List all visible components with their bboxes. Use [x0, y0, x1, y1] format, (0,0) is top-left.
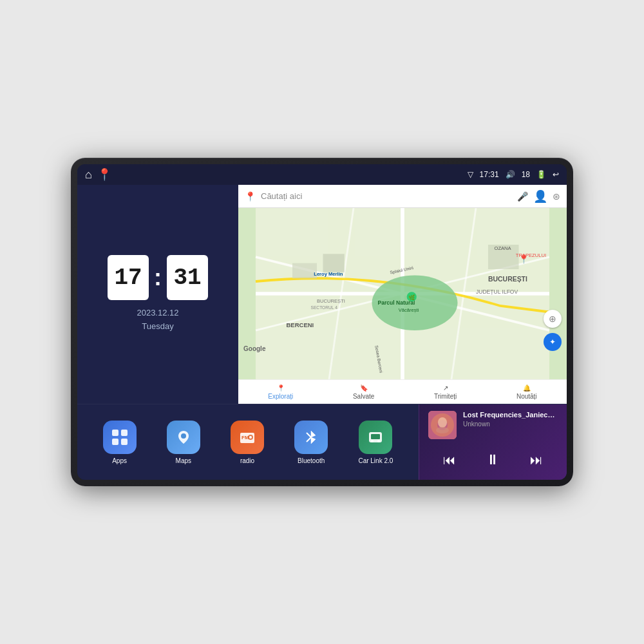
status-time: 17:31: [480, 170, 499, 179]
svg-text:BUCUREȘTI: BUCUREȘTI: [488, 276, 527, 283]
account-icon[interactable]: 👤: [533, 189, 547, 204]
map-search-bar[interactable]: 📍 Căutați aici 🎤 👤 ⊛: [238, 185, 567, 208]
clock-hours: 17: [108, 255, 149, 300]
music-artist: Unknown: [463, 421, 558, 428]
map-search-actions: 🎤 👤 ⊛: [517, 189, 560, 204]
bottom-section: Apps Maps: [77, 404, 567, 480]
maps-icon: [167, 421, 200, 454]
apps-label: Apps: [112, 457, 127, 464]
svg-rect-36: [371, 434, 380, 439]
svg-point-37: [371, 440, 374, 442]
map-bottom-nav: 📍 Explorați 🔖 Salvate ↗ Trimiteți 🔔: [238, 379, 567, 404]
svg-point-42: [438, 417, 447, 428]
map-pin-icon: 📍: [245, 191, 256, 202]
svg-text:TRAPEZULUI: TRAPEZULUI: [516, 252, 546, 258]
svg-text:OZANA: OZANA: [495, 245, 512, 251]
svg-text:JUDEȚUL ILFOV: JUDEȚUL ILFOV: [476, 289, 518, 295]
home-icon[interactable]: ⌂: [85, 168, 92, 182]
svg-point-43: [436, 427, 449, 433]
app-item-carlink[interactable]: Car Link 2.0: [358, 421, 393, 464]
car-display-device: ⌂ 📍 ▽ 17:31 🔊 18 🔋 ↩ 17 :: [71, 158, 573, 486]
app-item-apps[interactable]: Apps: [103, 421, 137, 464]
svg-text:BUCUREȘTI: BUCUREȘTI: [317, 298, 345, 304]
svg-point-30: [181, 433, 186, 439]
music-panel: Lost Frequencies_Janieck Devy-... Unknow…: [419, 404, 567, 480]
svg-point-38: [377, 440, 380, 442]
svg-text:BERCENI: BERCENI: [287, 321, 314, 328]
layers-icon[interactable]: ⊛: [553, 191, 560, 202]
maps-status-icon[interactable]: 📍: [97, 167, 111, 182]
svg-rect-13: [323, 254, 345, 272]
music-controls: ⏮ ⏸ ⏭: [428, 446, 558, 473]
album-art: [428, 411, 457, 439]
saved-icon: 🔖: [360, 384, 368, 392]
apps-icon: [103, 421, 137, 454]
app-item-radio[interactable]: FM radio: [231, 421, 264, 464]
app-item-maps[interactable]: Maps: [167, 421, 200, 464]
news-icon: 🔔: [523, 384, 531, 392]
radio-label: radio: [240, 457, 254, 464]
voice-icon[interactable]: 🎤: [517, 191, 528, 202]
svg-rect-27: [121, 430, 128, 436]
clock-colon: :: [154, 264, 162, 291]
volume-icon: 🔊: [506, 170, 515, 179]
map-nav-trimiteți[interactable]: ↗ Trimiteți: [434, 384, 457, 400]
map-nav-salvate[interactable]: 🔖 Salvate: [353, 384, 374, 400]
map-compass-button[interactable]: ⊕: [544, 310, 562, 328]
carlink-icon: [359, 421, 392, 454]
clock-minutes: 31: [167, 255, 208, 300]
map-panel: 📍 Căutați aici 🎤 👤 ⊛: [238, 185, 567, 404]
share-icon: ↗: [443, 384, 448, 392]
music-info: Lost Frequencies_Janieck Devy-... Unknow…: [463, 411, 558, 428]
apps-row: Apps Maps: [77, 404, 419, 480]
app-item-bluetooth[interactable]: Bluetooth: [294, 421, 328, 464]
map-location-button[interactable]: ✦: [544, 333, 562, 351]
svg-text:SECTORUL 4: SECTORUL 4: [311, 305, 338, 310]
music-play-button[interactable]: ⏸: [483, 449, 502, 471]
music-title: Lost Frequencies_Janieck Devy-...: [463, 411, 558, 419]
status-right-info: ▽ 17:31 🔊 18 🔋 ↩: [468, 170, 559, 179]
bluetooth-label: Bluetooth: [298, 457, 325, 464]
google-logo: Google: [243, 345, 265, 352]
svg-text:Văcărești: Văcărești: [399, 307, 419, 313]
map-body[interactable]: Parcul Natural Văcărești 🌿 BUCUREȘTI J: [238, 208, 567, 379]
svg-text:🌿: 🌿: [408, 294, 415, 301]
clock-panel: 17 : 31 2023.12.12 Tuesday: [77, 185, 238, 404]
bluetooth-icon: [294, 421, 328, 454]
music-next-button[interactable]: ⏭: [527, 450, 545, 470]
signal-strength: 18: [522, 170, 530, 179]
music-top: Lost Frequencies_Janieck Devy-... Unknow…: [428, 411, 558, 439]
signal-icon: ▽: [468, 170, 473, 179]
svg-rect-29: [121, 439, 128, 445]
svg-rect-12: [292, 263, 317, 279]
map-nav-noutăți[interactable]: 🔔 Noutăți: [516, 384, 537, 400]
clock-date: 2023.12.12 Tuesday: [137, 307, 178, 334]
explore-icon: 📍: [277, 384, 285, 392]
top-section: 17 : 31 2023.12.12 Tuesday 📍 Căutați aic…: [77, 185, 567, 404]
main-content: 17 : 31 2023.12.12 Tuesday 📍 Căutați aic…: [77, 185, 567, 480]
radio-icon: FM: [231, 421, 264, 454]
svg-point-34: [249, 436, 252, 439]
status-bar: ⌂ 📍 ▽ 17:31 🔊 18 🔋 ↩: [77, 164, 567, 185]
back-icon[interactable]: ↩: [553, 170, 559, 179]
svg-rect-28: [112, 439, 118, 445]
map-nav-explorați[interactable]: 📍 Explorați: [268, 384, 293, 400]
svg-text:Leroy Merlin: Leroy Merlin: [314, 271, 343, 277]
clock-display: 17 : 31: [108, 255, 208, 300]
maps-label: Maps: [176, 457, 191, 464]
carlink-label: Car Link 2.0: [358, 457, 393, 464]
music-prev-button[interactable]: ⏮: [440, 450, 459, 470]
svg-rect-26: [112, 430, 118, 436]
battery-icon: 🔋: [536, 170, 546, 179]
map-search-input[interactable]: Căutați aici: [261, 191, 512, 201]
device-screen: ⌂ 📍 ▽ 17:31 🔊 18 🔋 ↩ 17 :: [77, 164, 567, 480]
status-left-icons: ⌂ 📍: [85, 167, 111, 182]
